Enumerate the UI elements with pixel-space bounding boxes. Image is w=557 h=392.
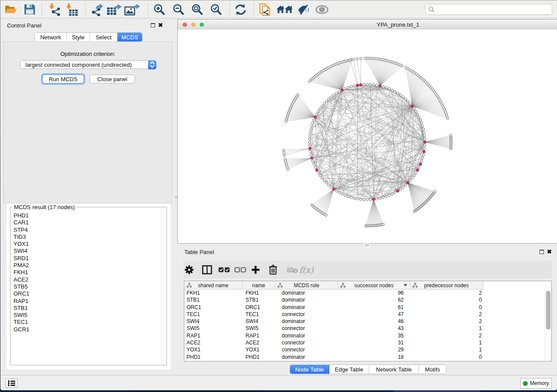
cell-shared-name[interactable]: TEC1 (184, 311, 242, 318)
cell-mcds-role[interactable]: dominator (275, 354, 338, 361)
column-header-shared-name[interactable]: shared name (184, 281, 242, 289)
network-node[interactable] (332, 94, 335, 96)
network-node[interactable] (407, 100, 409, 103)
network-node[interactable] (382, 86, 384, 88)
network-node[interactable] (402, 96, 404, 98)
network-node[interactable] (409, 103, 411, 105)
zoom-in-icon[interactable] (152, 0, 166, 18)
network-node[interactable] (363, 83, 365, 86)
cell-successor-nodes[interactable]: 96 (338, 290, 410, 297)
table-vertical-scrollbar[interactable] (545, 290, 551, 361)
network-mcds-node[interactable] (411, 105, 414, 107)
network-mcds-node[interactable] (423, 151, 426, 153)
import-network-icon[interactable] (48, 0, 62, 18)
network-leaf-node[interactable] (364, 57, 366, 59)
plus-icon[interactable] (251, 261, 260, 279)
mcds-result-item[interactable]: SRD1 (11, 255, 161, 262)
network-node[interactable] (376, 84, 378, 86)
export-image-icon[interactable] (124, 0, 141, 18)
network-leaf-node[interactable] (325, 214, 327, 216)
cell-shared-name[interactable]: ACE2 (184, 340, 242, 347)
network-node[interactable] (338, 191, 340, 193)
network-node[interactable] (422, 125, 424, 127)
network-node[interactable] (310, 128, 312, 130)
network-node[interactable] (350, 196, 352, 199)
network-node[interactable] (418, 166, 420, 168)
network-node[interactable] (423, 134, 426, 137)
cell-name[interactable]: RAP1 (242, 333, 275, 340)
table-row[interactable]: TEC1 TEC1 connector 47 2 (184, 311, 545, 318)
eye-icon[interactable] (315, 0, 329, 18)
network-node[interactable] (314, 166, 316, 168)
float-panel-icon[interactable] (151, 23, 155, 28)
mcds-result-item[interactable]: STB1 (11, 305, 161, 312)
network-node[interactable] (309, 134, 311, 137)
network-leaf-node[interactable] (283, 149, 285, 151)
mcds-result-item[interactable]: CAR1 (11, 219, 161, 226)
criterion-dropdown[interactable]: largest connected component (undirected) (20, 60, 156, 69)
network-node[interactable] (376, 198, 378, 200)
network-node[interactable] (336, 92, 338, 94)
cell-predecessor-nodes[interactable]: 0 (410, 304, 483, 311)
cell-predecessor-nodes[interactable]: 2 (410, 333, 483, 340)
minimize-window-icon[interactable] (191, 23, 196, 27)
cell-mcds-role[interactable]: connector (275, 311, 338, 318)
network-leaf-node[interactable] (353, 58, 355, 60)
horizontal-splitter[interactable] (177, 244, 557, 247)
zoom-selected-icon[interactable] (209, 0, 222, 18)
table-row[interactable]: ORC1 ORC1 dominator 61 0 (184, 304, 545, 311)
network-mcds-node[interactable] (407, 182, 409, 184)
column-header-name[interactable]: name (242, 281, 275, 289)
network-node[interactable] (325, 100, 328, 103)
network-node[interactable] (336, 190, 338, 192)
export-table-icon[interactable] (106, 0, 122, 18)
mcds-result-scrollbar[interactable] (161, 208, 166, 364)
network-node[interactable] (311, 122, 314, 124)
network-mcds-node[interactable] (360, 83, 362, 86)
network-node[interactable] (360, 198, 362, 200)
network-node[interactable] (366, 199, 368, 201)
mcds-result-item[interactable]: YOX1 (11, 241, 161, 248)
network-node[interactable] (321, 177, 323, 179)
network-node[interactable] (416, 113, 419, 115)
mcds-result-item[interactable]: GCR1 (11, 326, 161, 333)
cell-shared-name[interactable]: PHD1 (184, 354, 242, 361)
network-node[interactable] (315, 113, 318, 115)
network-node[interactable] (422, 154, 425, 156)
network-node[interactable] (369, 83, 371, 86)
check-pair-icon[interactable] (218, 261, 230, 279)
cell-mcds-role[interactable]: connector (275, 325, 338, 332)
network-node[interactable] (422, 157, 424, 159)
network-node[interactable] (366, 83, 368, 86)
network-mcds-node[interactable] (332, 188, 335, 190)
cell-shared-name[interactable]: ORC1 (184, 304, 242, 311)
network-node[interactable] (379, 197, 381, 199)
network-leaf-node[interactable] (287, 168, 289, 170)
network-node[interactable] (420, 122, 422, 124)
network-node[interactable] (308, 138, 311, 140)
network-mcds-node[interactable] (372, 198, 375, 201)
cell-predecessor-nodes[interactable]: 2 (410, 290, 483, 297)
network-node[interactable] (418, 116, 420, 118)
network-node[interactable] (309, 151, 311, 153)
network-node[interactable] (321, 105, 323, 107)
network-node[interactable] (350, 86, 352, 88)
network-node[interactable] (310, 154, 312, 156)
network-node[interactable] (328, 98, 330, 100)
network-node[interactable] (344, 194, 346, 196)
import-table-icon[interactable] (65, 0, 78, 18)
network-mcds-node[interactable] (315, 168, 318, 171)
network-node[interactable] (317, 110, 319, 113)
table-row[interactable]: PHD1 PHD1 dominator 18 0 (184, 354, 545, 361)
memory-button[interactable]: Memory (520, 378, 552, 389)
network-leaf-node[interactable] (283, 154, 285, 156)
network-mcds-node[interactable] (379, 85, 381, 87)
network-node[interactable] (394, 191, 396, 193)
network-node[interactable] (341, 193, 343, 195)
network-node[interactable] (319, 174, 321, 176)
network-mcds-node[interactable] (311, 157, 313, 159)
network-node[interactable] (323, 179, 325, 182)
cell-shared-name[interactable]: SWI4 (184, 318, 242, 325)
network-mcds-node[interactable] (356, 84, 359, 86)
network-leaf-node[interactable] (382, 223, 384, 225)
